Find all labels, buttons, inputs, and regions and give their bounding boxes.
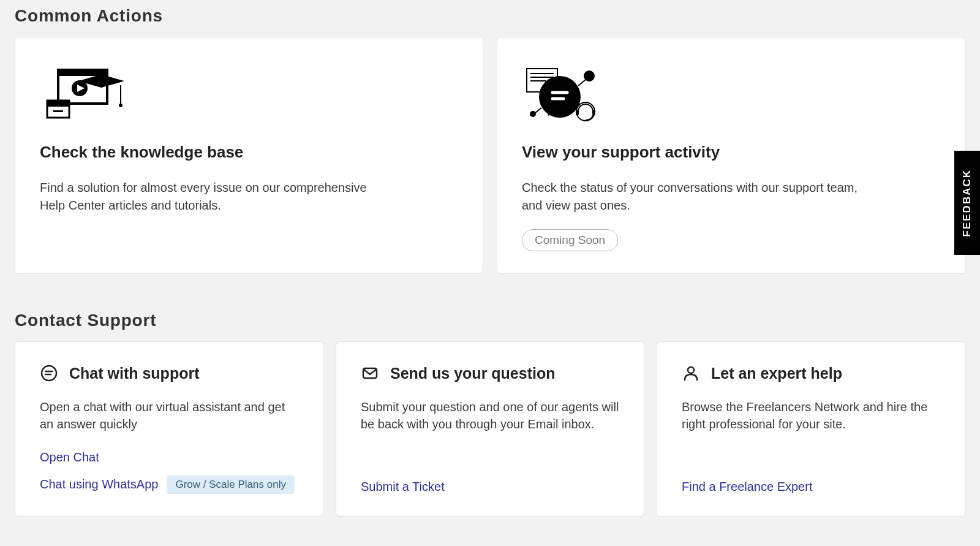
support-activity-card: View your support activity Check the sta… <box>497 37 965 274</box>
svg-point-6 <box>119 104 123 107</box>
send-question-card: Send us your question Submit your questi… <box>336 341 644 517</box>
plan-restriction-badge: Grow / Scale Plans only <box>167 476 294 494</box>
expert-help-title: Let an expert help <box>711 365 842 382</box>
expert-help-desc: Browse the Freelancers Network and hire … <box>682 398 940 433</box>
svg-rect-24 <box>592 110 595 115</box>
send-question-title: Send us your question <box>390 365 555 382</box>
coming-soon-pill: Coming Soon <box>522 229 618 251</box>
send-question-desc: Submit your question and one of our agen… <box>361 398 619 433</box>
svg-point-25 <box>42 366 56 381</box>
contact-support-grid: Chat with support Open a chat with our v… <box>15 341 965 517</box>
find-freelance-expert-link[interactable]: Find a Freelance Expert <box>682 480 940 494</box>
chat-support-desc: Open a chat with our virtual assistant a… <box>40 398 298 433</box>
knowledge-base-card[interactable]: Check the knowledge base Find a solution… <box>15 37 483 274</box>
svg-line-19 <box>578 80 586 86</box>
svg-point-14 <box>539 76 581 118</box>
mail-icon <box>361 364 379 382</box>
expert-help-card: Let an expert help Browse the Freelancer… <box>657 341 965 517</box>
knowledge-base-illustration <box>40 62 458 129</box>
svg-point-20 <box>530 111 536 117</box>
svg-rect-8 <box>47 100 69 107</box>
knowledge-base-title: Check the knowledge base <box>40 143 458 162</box>
contact-support-heading: Contact Support <box>15 311 965 330</box>
feedback-tab[interactable]: FEEDBACK <box>954 151 980 255</box>
chat-support-card: Chat with support Open a chat with our v… <box>15 341 323 517</box>
open-chat-link[interactable]: Open Chat <box>40 450 298 464</box>
submit-ticket-link[interactable]: Submit a Ticket <box>361 480 619 494</box>
support-activity-title: View your support activity <box>522 143 940 162</box>
common-actions-grid: Check the knowledge base Find a solution… <box>15 37 965 274</box>
person-icon <box>682 364 700 382</box>
chat-icon <box>40 364 58 382</box>
chat-support-title: Chat with support <box>69 365 199 382</box>
knowledge-base-desc: Find a solution for almost every issue o… <box>40 179 383 214</box>
chat-whatsapp-link[interactable]: Chat using WhatsApp Grow / Scale Plans o… <box>40 476 298 494</box>
common-actions-heading: Common Actions <box>15 6 965 26</box>
support-activity-desc: Check the status of your conversations w… <box>522 179 865 214</box>
svg-rect-23 <box>576 110 579 115</box>
svg-line-21 <box>535 108 541 113</box>
chat-whatsapp-label: Chat using WhatsApp <box>40 477 158 491</box>
support-activity-illustration <box>522 62 940 129</box>
svg-point-29 <box>688 367 694 373</box>
svg-rect-9 <box>53 110 63 112</box>
feedback-label: FEEDBACK <box>961 169 973 237</box>
